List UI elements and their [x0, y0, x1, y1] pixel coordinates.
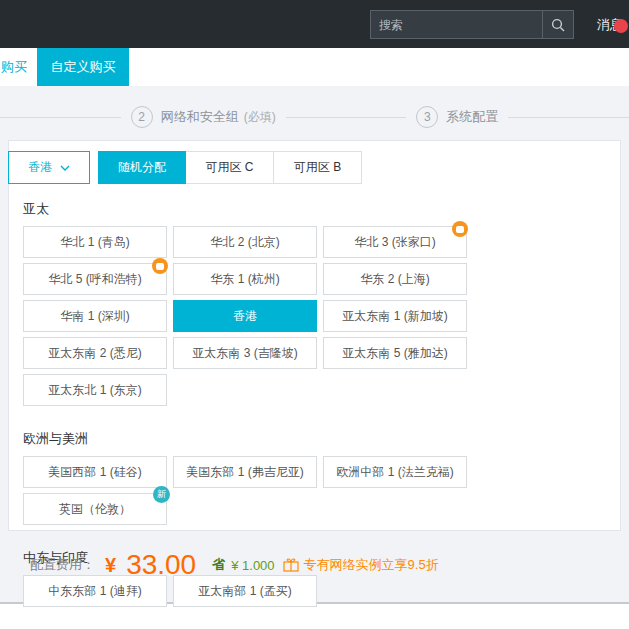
region-selector-row: 香港 随机分配可用区 C可用区 B	[9, 151, 620, 184]
region-button[interactable]: 华北 3 (张家口)	[323, 226, 467, 258]
region-button[interactable]: 美国西部 1 (硅谷)	[23, 456, 167, 488]
topbar: 消息	[0, 0, 629, 48]
region-button-label: 香港	[233, 308, 257, 325]
step-line	[286, 117, 407, 118]
promo-text: 专有网络实例立享9.5折	[304, 556, 439, 574]
fee-amount: 33.00	[126, 549, 196, 581]
step-number-circle: 2	[131, 106, 153, 128]
region-button[interactable]: 香港	[173, 300, 317, 332]
region-button-label: 华东 1 (杭州)	[210, 271, 279, 288]
notification-badge	[614, 19, 628, 33]
region-grid: 华北 1 (青岛)华北 2 (北京)华北 3 (张家口)华北 5 (呼和浩特)华…	[23, 226, 612, 406]
region-button-label: 华北 2 (北京)	[210, 234, 279, 251]
region-group-title: 欧洲与美洲	[23, 430, 612, 448]
zone-tab[interactable]: 可用区 C	[186, 151, 274, 184]
region-button-label: 华北 5 (呼和浩特)	[48, 271, 141, 288]
chevron-down-icon	[60, 165, 70, 171]
page-body: 2 网络和安全组 (必填) 3 系统配置 香港 随机分配可用区 C可用区 B 亚…	[0, 86, 629, 604]
region-button[interactable]: 亚太东南 2 (悉尼)	[23, 337, 167, 369]
fee-label: 配置费用：	[30, 556, 95, 574]
region-grid: 美国西部 1 (硅谷)美国东部 1 (弗吉尼亚)欧洲中部 1 (法兰克福)英国（…	[23, 456, 612, 525]
step-indicator: 2 网络和安全组 (必填) 3 系统配置	[0, 92, 629, 142]
gift-icon	[283, 558, 299, 572]
step-line	[508, 117, 629, 118]
step-line	[0, 117, 121, 118]
region-button[interactable]: 亚太东北 1 (东京)	[23, 374, 167, 406]
savings-amount: ¥ 1.000	[231, 558, 274, 573]
zone-tabs: 随机分配可用区 C可用区 B	[98, 151, 362, 184]
search-input[interactable]	[371, 11, 542, 38]
region-button-label: 欧洲中部 1 (法兰克福)	[336, 464, 453, 481]
step-required-note: (必填)	[244, 109, 276, 126]
new-badge-icon: 新	[153, 486, 170, 503]
discount-badge-icon	[452, 221, 468, 237]
region-button[interactable]: 华北 1 (青岛)	[23, 226, 167, 258]
search-button[interactable]	[542, 11, 573, 38]
region-button[interactable]: 亚太东南 3 (吉隆坡)	[173, 337, 317, 369]
step-item-network: 2 网络和安全组 (必填)	[121, 106, 286, 128]
region-button-label: 华北 3 (张家口)	[354, 234, 435, 251]
region-button[interactable]: 华北 2 (北京)	[173, 226, 317, 258]
zone-tab[interactable]: 随机分配	[98, 151, 186, 184]
search-box	[370, 10, 574, 39]
currency-symbol: ¥	[105, 554, 116, 577]
region-button[interactable]: 英国（伦敦）新	[23, 493, 167, 525]
region-button-label: 亚太东南 1 (新加坡)	[342, 308, 447, 325]
region-button-label: 亚太东南 3 (吉隆坡)	[192, 345, 297, 362]
region-button[interactable]: 华东 2 (上海)	[323, 263, 467, 295]
discount-badge-icon	[152, 258, 168, 274]
step-number-circle: 3	[416, 106, 438, 128]
tabbar: 购买 自定义购买	[0, 48, 629, 86]
region-dropdown-value: 香港	[28, 159, 52, 176]
tab-quick-buy[interactable]: 购买	[1, 48, 27, 86]
step-item-system: 3 系统配置	[406, 106, 508, 128]
region-panel: 香港 随机分配可用区 C可用区 B 亚太华北 1 (青岛)华北 2 (北京)华北…	[8, 140, 621, 531]
region-button-label: 华东 2 (上海)	[360, 271, 429, 288]
region-group: 欧洲与美洲美国西部 1 (硅谷)美国东部 1 (弗吉尼亚)欧洲中部 1 (法兰克…	[23, 430, 612, 525]
region-button-label: 华南 1 (深圳)	[60, 308, 129, 325]
region-button[interactable]: 亚太东南 5 (雅加达)	[323, 337, 467, 369]
region-button[interactable]: 亚太东南 1 (新加坡)	[323, 300, 467, 332]
region-button[interactable]: 华东 1 (杭州)	[173, 263, 317, 295]
magnifier-icon	[551, 18, 565, 32]
region-button-label: 亚太东北 1 (东京)	[48, 382, 141, 399]
step-label: 系统配置	[446, 108, 498, 126]
region-dropdown[interactable]: 香港	[8, 151, 90, 184]
zone-tab[interactable]: 可用区 B	[274, 151, 362, 184]
messages-link[interactable]: 消息	[597, 16, 623, 34]
region-button[interactable]: 华北 5 (呼和浩特)	[23, 263, 167, 295]
region-button-label: 美国西部 1 (硅谷)	[48, 464, 141, 481]
region-button-label: 美国东部 1 (弗吉尼亚)	[186, 464, 303, 481]
region-button[interactable]: 美国东部 1 (弗吉尼亚)	[173, 456, 317, 488]
region-group: 亚太华北 1 (青岛)华北 2 (北京)华北 3 (张家口)华北 5 (呼和浩特…	[23, 200, 612, 406]
price-bar: 配置费用： ¥ 33.00 省 ¥ 1.000 专有网络实例立享9.5折	[0, 544, 629, 586]
region-button-label: 英国（伦敦）	[59, 501, 131, 518]
step-label: 网络和安全组	[161, 108, 239, 126]
region-button-label: 亚太东南 2 (悉尼)	[48, 345, 141, 362]
tab-custom-buy[interactable]: 自定义购买	[37, 48, 129, 86]
region-button[interactable]: 欧洲中部 1 (法兰克福)	[323, 456, 467, 488]
savings-label: 省	[212, 556, 225, 574]
region-button[interactable]: 华南 1 (深圳)	[23, 300, 167, 332]
region-button-label: 华北 1 (青岛)	[60, 234, 129, 251]
region-button-label: 亚太东南 5 (雅加达)	[342, 345, 447, 362]
region-group-title: 亚太	[23, 200, 612, 218]
